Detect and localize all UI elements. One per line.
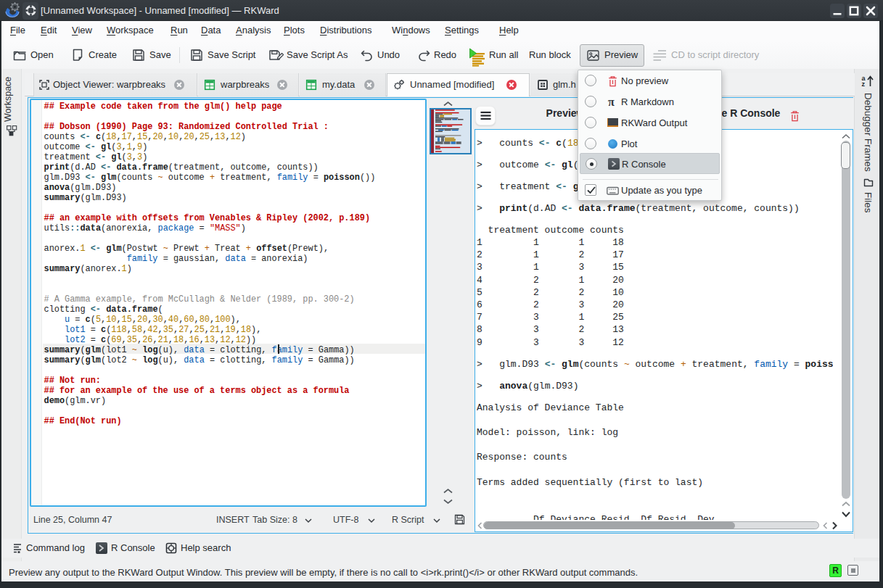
svg-text:π: π xyxy=(608,96,615,108)
svg-text:z: z xyxy=(862,80,866,88)
